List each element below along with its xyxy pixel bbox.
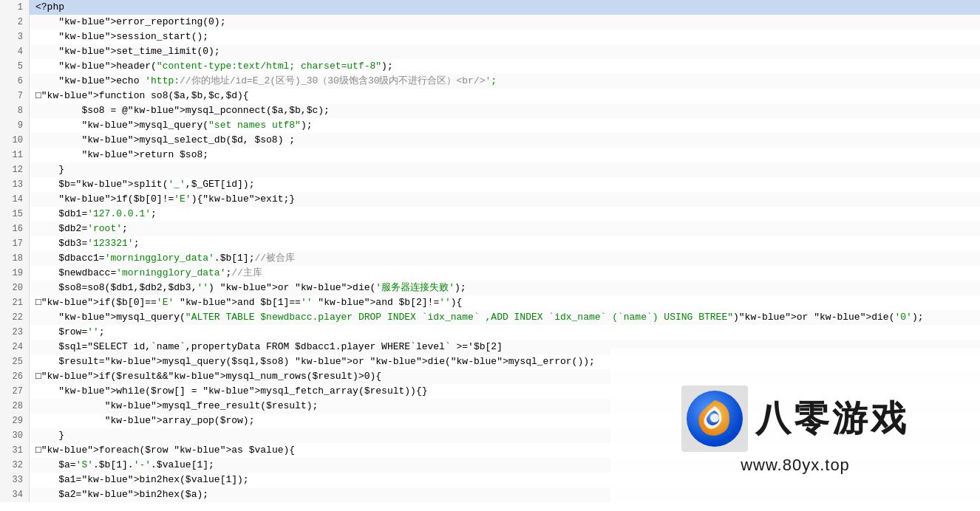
line-number: 22	[0, 310, 30, 325]
line-number: 17	[0, 236, 30, 251]
line-content: "kw-blue">session_start();	[30, 30, 980, 44]
line-content: $db2='root';	[30, 222, 980, 236]
line-content: □"kw-blue">if($b[0]=='E' "kw-blue">and $…	[30, 295, 980, 310]
code-line-19: 19 $newdbacc='morningglory_data';//主库	[0, 266, 980, 281]
line-number: 4	[0, 44, 30, 59]
line-content: □"kw-blue">function so8($a,$b,$c,$d){	[30, 89, 980, 103]
code-line-11: 11 "kw-blue">return $so8;	[0, 148, 980, 162]
watermark-site-name: 八零游戏	[755, 395, 909, 442]
code-line-1: 1<?php	[0, 0, 980, 15]
line-number: 16	[0, 222, 30, 236]
line-number: 30	[0, 428, 30, 443]
code-line-23: 23 $row='';	[0, 325, 980, 340]
line-number: 8	[0, 103, 30, 118]
line-content: "kw-blue">mysql_select_db($d, $so8) ;	[30, 133, 980, 148]
code-line-5: 5 "kw-blue">header("content-type:text/ht…	[0, 59, 980, 74]
line-content: "kw-blue">set_time_limit(0);	[30, 44, 980, 59]
line-content: "kw-blue">mysql_query("ALTER TABLE $newd…	[30, 310, 980, 325]
line-number: 6	[0, 74, 30, 89]
line-content: $dbacc1='morningglory_data'.$b[1];//被合库	[30, 251, 980, 266]
code-line-18: 18 $dbacc1='morningglory_data'.$b[1];//被…	[0, 251, 980, 266]
svg-point-2	[710, 414, 719, 422]
line-number: 31	[0, 443, 30, 458]
line-number: 7	[0, 89, 30, 103]
line-content: $db1='127.0.0.1';	[30, 207, 980, 222]
code-line-9: 9 "kw-blue">mysql_query("set names utf8"…	[0, 118, 980, 133]
line-content: $newdbacc='morningglory_data';//主库	[30, 266, 980, 281]
line-content: $so8=so8($db1,$db2,$db3,'') "kw-blue">or…	[30, 281, 980, 295]
code-line-16: 16 $db2='root';	[0, 222, 980, 236]
line-number: 2	[0, 15, 30, 30]
line-number: 29	[0, 414, 30, 428]
code-line-3: 3 "kw-blue">session_start();	[0, 30, 980, 44]
code-line-15: 15 $db1='127.0.0.1';	[0, 207, 980, 222]
line-number: 3	[0, 30, 30, 44]
line-number: 15	[0, 207, 30, 222]
code-line-10: 10 "kw-blue">mysql_select_db($d, $so8) ;	[0, 133, 980, 148]
line-number: 25	[0, 354, 30, 369]
line-content: $row='';	[30, 325, 980, 340]
line-content: "kw-blue">echo 'http://你的地址/id=E_2(区号)_3…	[30, 74, 980, 89]
line-number: 10	[0, 133, 30, 148]
line-content: $so8 = @"kw-blue">mysql_pconnect($a,$b,$…	[30, 103, 980, 118]
line-number: 9	[0, 118, 30, 133]
line-number: 23	[0, 325, 30, 340]
logo-icon	[681, 385, 748, 452]
line-content: "kw-blue">error_reporting(0);	[30, 15, 980, 30]
line-content: "kw-blue">mysql_query("set names utf8");	[30, 118, 980, 133]
line-number: 20	[0, 281, 30, 295]
line-content: <?php	[30, 0, 980, 15]
line-number: 1	[0, 0, 30, 15]
line-number: 21	[0, 295, 30, 310]
line-content: "kw-blue">if($b[0]!='E'){"kw-blue">exit;…	[30, 192, 980, 207]
line-number: 32	[0, 458, 30, 473]
watermark-logo: 八零游戏	[681, 385, 909, 452]
line-number: 13	[0, 177, 30, 192]
code-line-14: 14 "kw-blue">if($b[0]!='E'){"kw-blue">ex…	[0, 192, 980, 207]
code-line-21: 21□"kw-blue">if($b[0]=='E' "kw-blue">and…	[0, 295, 980, 310]
code-line-4: 4 "kw-blue">set_time_limit(0);	[0, 44, 980, 59]
code-editor: 1<?php2 "kw-blue">error_reporting(0);3 "…	[0, 0, 980, 511]
line-number: 11	[0, 148, 30, 162]
code-line-17: 17 $db3='123321';	[0, 236, 980, 251]
line-number: 33	[0, 473, 30, 487]
watermark: 八零游戏 www.80yx.top	[610, 349, 980, 511]
line-content: }	[30, 162, 980, 177]
code-line-13: 13 $b="kw-blue">split('_',$_GET[id]);	[0, 177, 980, 192]
line-content: $b="kw-blue">split('_',$_GET[id]);	[30, 177, 980, 192]
code-line-12: 12 }	[0, 162, 980, 177]
line-content: "kw-blue">header("content-type:text/html…	[30, 59, 980, 74]
line-content: $db3='123321';	[30, 236, 980, 251]
line-number: 5	[0, 59, 30, 74]
line-number: 12	[0, 162, 30, 177]
line-number: 14	[0, 192, 30, 207]
line-number: 27	[0, 384, 30, 399]
code-line-2: 2 "kw-blue">error_reporting(0);	[0, 15, 980, 30]
line-number: 26	[0, 369, 30, 384]
line-number: 24	[0, 340, 30, 354]
line-number: 18	[0, 251, 30, 266]
code-line-8: 8 $so8 = @"kw-blue">mysql_pconnect($a,$b…	[0, 103, 980, 118]
code-line-22: 22 "kw-blue">mysql_query("ALTER TABLE $n…	[0, 310, 980, 325]
watermark-url: www.80yx.top	[741, 456, 850, 475]
code-line-20: 20 $so8=so8($db1,$db2,$db3,'') "kw-blue"…	[0, 281, 980, 295]
line-content: "kw-blue">return $so8;	[30, 148, 980, 162]
code-line-6: 6 "kw-blue">echo 'http://你的地址/id=E_2(区号)…	[0, 74, 980, 89]
line-number: 28	[0, 399, 30, 414]
code-line-7: 7□"kw-blue">function so8($a,$b,$c,$d){	[0, 89, 980, 103]
line-number: 19	[0, 266, 30, 281]
line-number: 34	[0, 487, 30, 502]
